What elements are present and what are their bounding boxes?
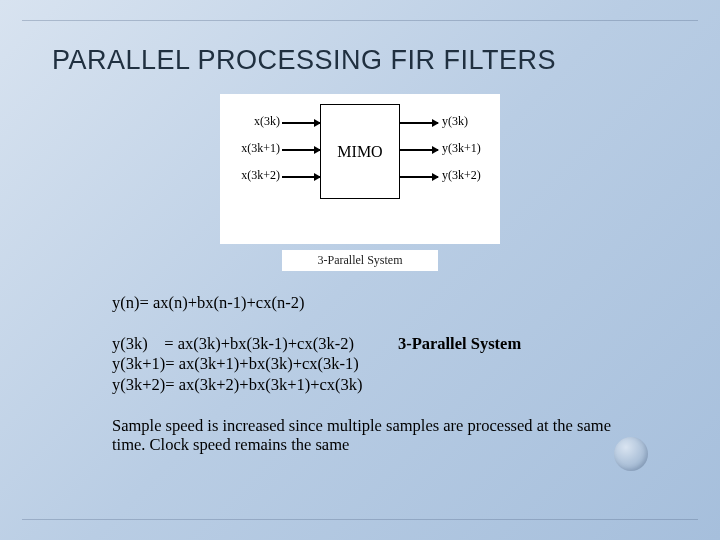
mimo-box-label: MIMO bbox=[337, 143, 382, 161]
output-label-2: y(3k+2) bbox=[442, 168, 481, 183]
slide-inner: PARALLEL PROCESSING FIR FILTERS MIMO x(3… bbox=[22, 20, 698, 520]
eq-parallel-2: y(3k+2)= ax(3k+2)+bx(3k+1)+cx(3k) bbox=[112, 375, 668, 396]
arrow-in-2 bbox=[282, 176, 320, 178]
diagram-caption-wrap: 3-Parallel System bbox=[52, 250, 668, 271]
arrow-out-2 bbox=[400, 176, 438, 178]
diagram-caption: 3-Parallel System bbox=[282, 250, 439, 271]
eq-parallel-1: y(3k+1)= ax(3k+1)+bx(3k)+cx(3k-1) bbox=[112, 354, 668, 375]
system-label: 3-Parallel System bbox=[398, 334, 521, 355]
diagram-wrap: MIMO x(3k) x(3k+1) x(3k+2) y(3k) y(3k+1)… bbox=[52, 94, 668, 244]
arrow-in-0 bbox=[282, 122, 320, 124]
footer-note: Sample speed is increased since multiple… bbox=[112, 416, 648, 456]
parallel-equations: y(3k) = ax(3k)+bx(3k-1)+cx(3k-2) 3-Paral… bbox=[112, 334, 668, 396]
output-label-1: y(3k+1) bbox=[442, 141, 481, 156]
mimo-diagram: MIMO x(3k) x(3k+1) x(3k+2) y(3k) y(3k+1)… bbox=[220, 94, 500, 244]
decorative-orb-icon bbox=[614, 437, 648, 471]
mimo-box: MIMO bbox=[320, 104, 400, 199]
input-label-0: x(3k) bbox=[224, 114, 280, 129]
eq-parallel-0: y(3k) = ax(3k)+bx(3k-1)+cx(3k-2) bbox=[112, 334, 354, 355]
base-equation: y(n)= ax(n)+bx(n-1)+cx(n-2) bbox=[112, 293, 668, 314]
slide-title: PARALLEL PROCESSING FIR FILTERS bbox=[52, 45, 668, 76]
arrow-in-1 bbox=[282, 149, 320, 151]
input-label-1: x(3k+1) bbox=[224, 141, 280, 156]
input-label-2: x(3k+2) bbox=[224, 168, 280, 183]
arrow-out-0 bbox=[400, 122, 438, 124]
output-label-0: y(3k) bbox=[442, 114, 468, 129]
arrow-out-1 bbox=[400, 149, 438, 151]
